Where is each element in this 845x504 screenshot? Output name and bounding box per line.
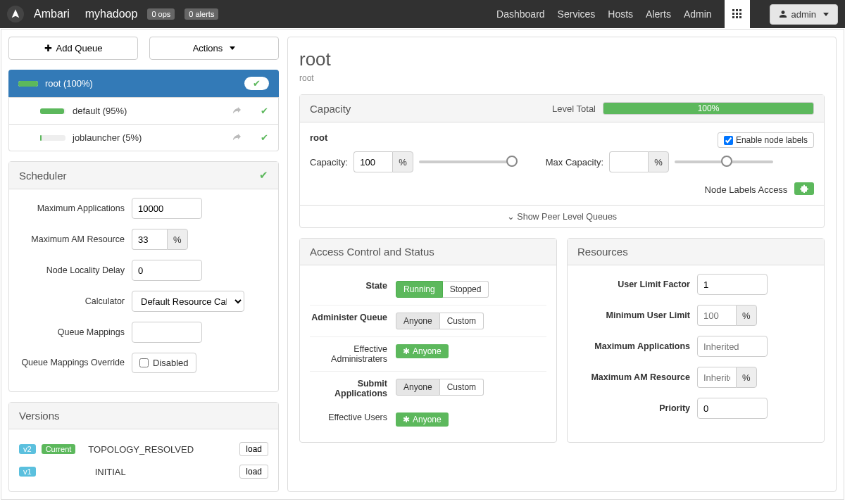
version-name: TOPOLOGY_RESOLVED [88,444,194,455]
version-tag: v2 [19,444,36,454]
chevron-down-icon: ⌄ [507,212,515,222]
percent-addon: % [167,229,188,250]
level-total-progress: 100% [603,102,814,115]
svg-rect-4 [736,13,738,15]
breadcrumb: root [299,73,825,83]
node-labels-access-button[interactable] [794,182,814,195]
actions-dropdown[interactable]: Actions [149,37,279,60]
ulf-input[interactable] [697,274,768,295]
version-tag: v1 [19,467,36,477]
leaf-icon [231,105,241,117]
queue-item-root[interactable]: root (100%) ✔ [8,70,279,98]
override-toggle[interactable]: Disabled [132,353,196,373]
svg-rect-3 [732,13,734,15]
queue-item-joblauncher[interactable]: joblauncher (5%) ✔ [8,125,279,151]
override-label: Queue Mappings Override [19,357,125,368]
max-capacity-label: Max Capacity: [546,157,603,168]
access-heading: Access Control and Status [310,246,434,258]
ambari-logo-icon [7,6,24,23]
nav-services[interactable]: Services [558,8,596,20]
priority-label: Priority [577,403,690,413]
enable-node-labels-toggle[interactable]: Enable node labels [718,132,814,148]
nav-dashboard[interactable]: Dashboard [496,8,545,20]
node-labels-access-label: Node Labels Access [705,184,788,195]
version-load-button[interactable]: load [239,442,268,456]
capacity-panel: Capacity Level Total 100% Enable node la… [299,94,825,228]
svg-rect-5 [739,13,741,15]
version-name: INITIAL [95,467,126,477]
calculator-select[interactable]: Default Resource Cal [132,291,244,312]
nav-alerts[interactable]: Alerts [646,8,671,20]
page-title: root [299,49,825,70]
leaf-icon [231,132,241,144]
max-am-input[interactable] [132,229,167,250]
node-delay-input[interactable] [132,260,202,281]
access-control-panel: Access Control and Status State Running … [299,238,557,443]
admin-queue-label: Administer Queue [310,313,387,322]
plus-icon: ✚ [44,43,52,53]
eff-users-label: Effective Users [310,412,387,422]
nav-hosts[interactable]: Hosts [608,8,633,20]
max-apps-label: Maximum Applications [19,203,125,214]
eff-users-anyone-pill[interactable]: ✱ Anyone [396,412,449,427]
submit-apps-label: Submit Applications [310,379,387,398]
versions-title: Versions [19,410,60,422]
check-icon: ✔ [259,169,268,182]
svg-rect-1 [736,9,738,11]
queue-item-default[interactable]: default (95%) ✔ [8,98,279,125]
eff-admin-anyone-pill[interactable]: ✱ Anyone [396,344,449,358]
versions-panel: Versions v2 Current TOPOLOGY_RESOLVED lo… [8,402,279,492]
max-capacity-input[interactable] [609,151,648,172]
state-toggle[interactable]: Running Stopped [396,281,489,298]
svg-rect-7 [736,16,738,18]
nav-admin[interactable]: Admin [684,8,712,20]
main-content: root root Capacity Level Total 100% Enab… [287,37,837,492]
res-max-am-input[interactable] [697,367,736,388]
show-peer-queues-toggle[interactable]: ⌄ Show Peer Level Queues [300,205,824,227]
user-menu-button[interactable]: admin [770,4,838,25]
check-icon: ✔ [261,106,268,116]
capacity-label: Capacity: [310,157,348,168]
add-queue-button[interactable]: ✚ Add Queue [8,37,138,60]
queue-tree-panel: root (100%) ✔ default (95%) ✔ joblaunche… [8,70,279,151]
version-status: Current [42,444,76,454]
brand-label: Ambari [34,8,70,20]
level-total-label: Level Total [552,103,596,114]
ops-badge[interactable]: 0 ops [147,8,175,20]
capacity-input[interactable] [353,151,392,172]
check-icon: ✔ [244,77,269,90]
res-max-am-label: Maximum AM Resource [577,372,690,382]
version-row: v1 INITIAL load [19,460,268,483]
cluster-name[interactable]: myhadoop [85,8,138,20]
res-max-apps-input[interactable] [697,336,768,357]
puzzle-icon [800,184,808,193]
apps-grid-icon[interactable] [725,0,750,28]
resources-panel: Resources User Limit Factor Minimum User… [567,238,825,443]
mappings-label: Queue Mappings [19,327,125,338]
priority-input[interactable] [697,398,768,419]
user-icon [779,10,787,18]
node-delay-label: Node Locality Delay [19,265,125,276]
mul-input[interactable] [697,305,736,326]
submit-apps-toggle[interactable]: Anyone Custom [396,379,484,396]
eff-admin-label: Effective Administraters [310,344,387,364]
version-load-button[interactable]: load [239,465,268,479]
check-icon: ✔ [261,132,268,143]
res-max-apps-label: Maximum Applications [577,341,690,351]
capacity-slider[interactable] [419,160,518,163]
svg-rect-2 [739,9,741,11]
alerts-badge[interactable]: 0 alerts [184,8,218,20]
max-am-label: Maximum AM Resource [19,234,125,245]
svg-rect-8 [739,16,741,18]
admin-queue-toggle[interactable]: Anyone Custom [396,313,484,329]
max-capacity-slider[interactable] [675,160,773,163]
svg-rect-0 [732,9,734,11]
resources-heading: Resources [577,246,628,258]
mappings-input[interactable] [132,322,202,343]
mul-label: Minimum User Limit [577,310,690,320]
scheduler-title: Scheduler [19,170,67,182]
max-apps-input[interactable] [132,198,202,219]
topbar: Ambari myhadoop 0 ops 0 alerts Dashboard… [0,0,845,28]
state-label: State [310,281,387,291]
svg-rect-6 [732,16,734,18]
